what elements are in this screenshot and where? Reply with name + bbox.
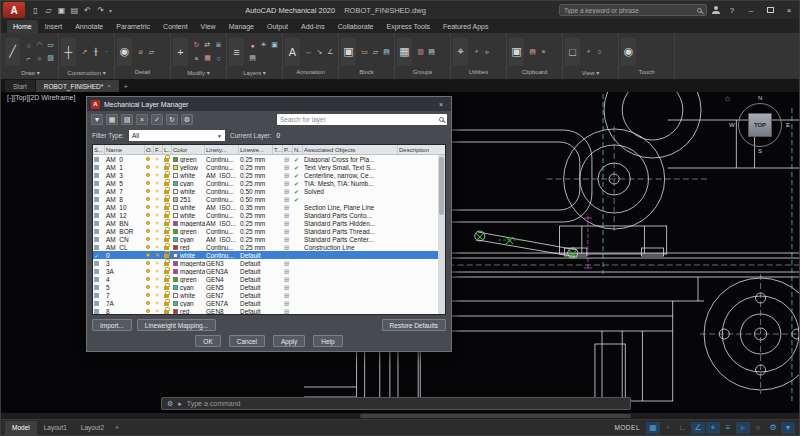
layer-transparency[interactable] <box>273 155 283 163</box>
point-icon[interactable]: · <box>101 45 112 58</box>
layer-color-cell[interactable]: white <box>172 171 205 179</box>
layer-row[interactable]: 8 ☀ red GEN8 Default ▤ <box>93 307 438 314</box>
layer-row[interactable]: AM_0 ☀ green Continu... 0.25 mm ▤ ✔ Diag… <box>93 155 438 163</box>
layer-plot-toggle[interactable]: ▤ <box>283 171 293 179</box>
new-drawing-tab-button[interactable]: + <box>120 80 132 92</box>
import-button[interactable]: Import... <box>92 319 132 331</box>
hatch-icon[interactable]: ▨ <box>45 52 56 65</box>
layer-on-toggle[interactable] <box>145 179 154 187</box>
copy-icon[interactable]: ▤ <box>527 45 538 58</box>
layer-transparency[interactable] <box>273 259 283 267</box>
layer-freeze-toggle[interactable]: ☀ <box>154 219 163 227</box>
layer-plot-toggle[interactable]: ▤ <box>283 179 293 187</box>
layer-row[interactable]: AM_5 ☀ cyan Continu... 0.25 mm ▤ ✔ TIA: … <box>93 179 438 187</box>
panel-label-block[interactable]: Block <box>341 69 392 79</box>
viewcube-north[interactable]: N <box>758 95 762 101</box>
layer-plot-toggle[interactable]: ▤ <box>283 307 293 314</box>
measure-icon[interactable]: ⌖ <box>453 38 468 66</box>
layer-transparency[interactable] <box>273 219 283 227</box>
layer-freeze-toggle[interactable]: ☀ <box>154 187 163 195</box>
layer-freeze-toggle[interactable]: ☀ <box>154 283 163 291</box>
column-header-description[interactable]: Description <box>398 145 438 154</box>
layer-transparency[interactable] <box>273 243 283 251</box>
layer-freeze-toggle[interactable]: ☀ <box>154 203 163 211</box>
layer-color-cell[interactable]: white <box>172 251 205 259</box>
layer-lock-toggle[interactable] <box>163 299 172 307</box>
layer-lineweight[interactable]: 0.25 mm <box>239 155 273 163</box>
model-space-indicator[interactable]: MODEL <box>614 424 640 431</box>
ribbon-tab-home[interactable]: Home <box>7 20 38 33</box>
layer-on-toggle[interactable] <box>145 227 154 235</box>
layer-freeze-toggle[interactable]: ☀ <box>154 235 163 243</box>
ray-icon[interactable]: ↗ <box>79 45 90 58</box>
mirror-icon[interactable]: ⇄ <box>202 39 213 52</box>
layer-lineweight[interactable]: Default <box>239 275 273 283</box>
layer-table-header[interactable]: S...NameO...F...L...ColorLinety...Linewe… <box>93 145 445 155</box>
help-search-input[interactable]: Type a keyword or phrase <box>559 4 707 16</box>
layer-row[interactable]: 4 ☀ green GEN4 Default ▤ <box>93 275 438 283</box>
refresh-icon[interactable]: ↻ <box>166 114 178 125</box>
ungroup-icon[interactable]: ▥ <box>415 45 426 58</box>
layer-color-cell[interactable]: white <box>172 187 205 195</box>
scrollbar-thumb[interactable] <box>360 414 631 418</box>
column-header-n[interactable]: N... <box>293 145 303 154</box>
layer-lock-toggle[interactable] <box>163 283 172 291</box>
create-block-icon[interactable]: ▭ <box>359 45 370 58</box>
command-customize-icon[interactable]: ⚙ <box>167 400 173 408</box>
panel-label-clipboard[interactable]: Clipboard <box>509 69 560 79</box>
layer-lineweight[interactable]: 0.50 mm <box>239 187 273 195</box>
layer-linetype[interactable]: Continu... <box>205 243 239 251</box>
doc-tab-close-icon[interactable]: × <box>107 83 111 89</box>
layer-lineweight[interactable]: Default <box>239 307 273 314</box>
layer-transparency[interactable] <box>273 211 283 219</box>
layer-freeze-toggle[interactable]: ☀ <box>154 243 163 251</box>
layer-row[interactable]: AM_12 ☀ white Continu... 0.25 mm ▤ Stand… <box>93 211 438 219</box>
layer-lineweight[interactable]: 0.25 mm <box>239 171 273 179</box>
layer-on-toggle[interactable] <box>145 195 154 203</box>
panel-label-modify[interactable]: Modify ▾ <box>173 69 224 79</box>
layer-freeze-toggle[interactable]: ☀ <box>154 291 163 299</box>
panel-label-annotation[interactable]: Annotation <box>285 69 336 79</box>
new-layer-icon[interactable]: ▨ <box>121 114 133 125</box>
layer-transparency[interactable] <box>273 235 283 243</box>
layer-linetype[interactable]: GEN4 <box>205 275 239 283</box>
layer-freeze-toggle[interactable]: ☀ <box>154 155 163 163</box>
layer-freeze-toggle[interactable]: ☀ <box>154 251 163 259</box>
column-header-linety[interactable]: Linety... <box>205 145 239 154</box>
layer-plot-toggle[interactable]: ▤ <box>283 259 293 267</box>
snap-icon[interactable]: ▫ <box>661 422 675 434</box>
rectangle-icon[interactable]: ▭ <box>45 39 56 52</box>
ortho-icon[interactable]: ∟ <box>676 422 690 434</box>
ribbon-tab-add-ins[interactable]: Add-ins <box>295 20 331 33</box>
settings-icon[interactable]: ⚙ <box>181 114 193 125</box>
ribbon-tab-parametric[interactable]: Parametric <box>110 20 156 33</box>
viewcube-home-icon[interactable]: ⌂ <box>725 94 730 103</box>
layer-freeze-toggle[interactable]: ☀ <box>154 171 163 179</box>
layer-freeze-toggle[interactable]: ☀ <box>154 267 163 275</box>
spline-icon[interactable]: ≈ <box>34 52 45 65</box>
layer-lineweight[interactable]: 0.25 mm <box>239 179 273 187</box>
model-space-canvas[interactable]: [-][Top][2D Wireframe] ⌂ N S W E TOP A M… <box>1 92 799 419</box>
layer-row[interactable]: AM_10 ☀ white AM_ISO... 0.35 mm ▤ Sectio… <box>93 203 438 211</box>
power-edit-icon[interactable]: ▱ <box>146 45 157 58</box>
cancel-button[interactable]: Cancel <box>229 335 265 347</box>
layer-plot-toggle[interactable]: ▤ <box>283 291 293 299</box>
dialog-close-icon[interactable]: × <box>435 101 447 108</box>
customize-icon[interactable]: ▾ <box>781 422 795 434</box>
panel-label-touch[interactable]: Touch <box>621 69 672 79</box>
circle-icon[interactable]: ○ <box>23 39 34 52</box>
layer-lineweight[interactable]: Default <box>239 259 273 267</box>
ribbon-tab-featured-apps[interactable]: Featured Apps <box>437 20 495 33</box>
polar-icon[interactable]: ∠ <box>691 422 705 434</box>
layer-linetype[interactable]: AM_ISO... <box>205 171 239 179</box>
layer-on-toggle[interactable] <box>145 267 154 275</box>
layer-on-toggle[interactable] <box>145 243 154 251</box>
layer-color-cell[interactable]: cyan <box>172 299 205 307</box>
layout-tab-model[interactable]: Model <box>5 421 37 435</box>
layer-color-cell[interactable]: cyan <box>172 179 205 187</box>
layer-on-toggle[interactable] <box>145 291 154 299</box>
layer-transparency[interactable] <box>273 203 283 211</box>
layer-plot-toggle[interactable]: ▤ <box>283 251 293 259</box>
layer-lineweight[interactable]: 0.25 mm <box>239 219 273 227</box>
layer-on-toggle[interactable] <box>145 187 154 195</box>
